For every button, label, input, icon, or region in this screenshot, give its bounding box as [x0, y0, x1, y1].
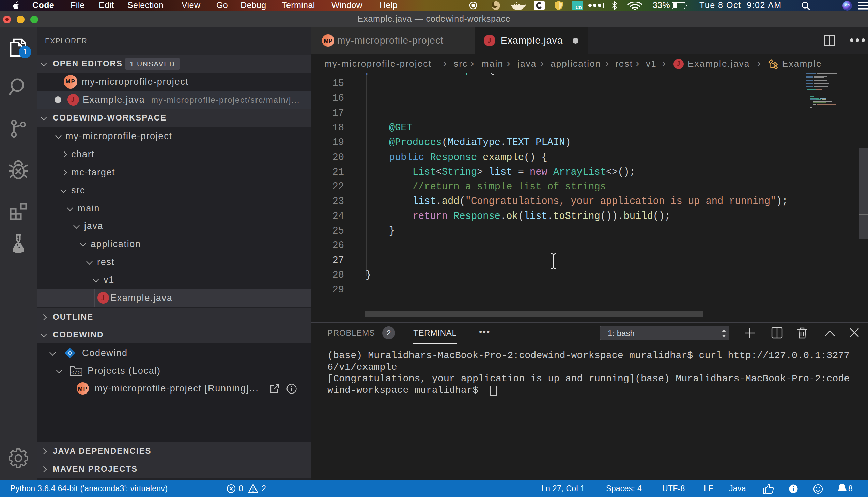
- svg-text:</>: </>: [71, 370, 81, 375]
- svg-text:Cb: Cb: [576, 5, 582, 10]
